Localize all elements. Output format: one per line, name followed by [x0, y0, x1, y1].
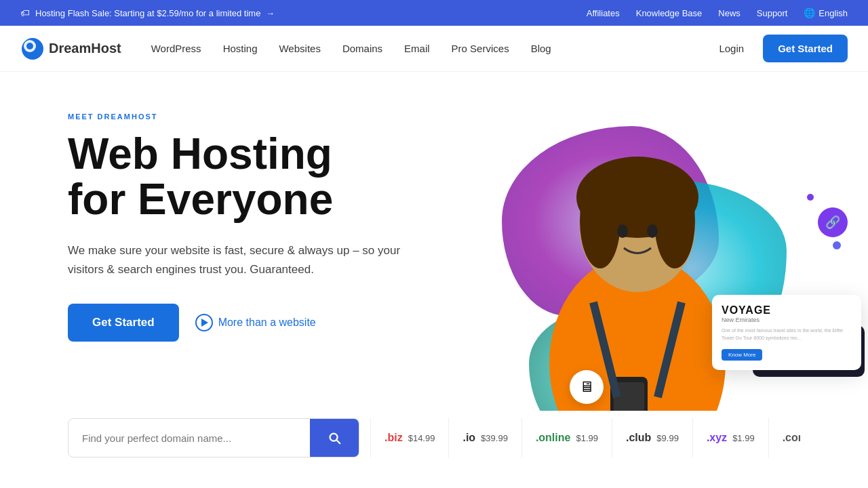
- banner-sale-link[interactable]: Hosting Flash Sale: Starting at $2.59/mo…: [35, 8, 275, 18]
- main-nav: DreamHost WordPress Hosting Websites Dom…: [0, 26, 868, 72]
- domain-search-wrapper: [68, 418, 359, 458]
- svg-point-6: [580, 174, 620, 268]
- svg-point-4: [580, 163, 695, 292]
- hero-label: MEET DREAMHOST: [68, 113, 488, 121]
- svg-rect-11: [614, 382, 644, 411]
- decoration-dot-2: [833, 241, 841, 249]
- play-triangle-icon: [201, 319, 208, 327]
- nav-blog[interactable]: Blog: [521, 37, 561, 60]
- top-banner: 🏷 Hosting Flash Sale: Starting at $2.59/…: [0, 0, 868, 26]
- svg-point-2: [26, 43, 33, 49]
- hero-section: MEET DREAMHOST Web Hosting for Everyone …: [0, 72, 868, 411]
- hero-buttons: Get Started More than a website: [68, 304, 488, 342]
- tld-io[interactable]: .io $39.99: [448, 418, 521, 458]
- blob-container: VOYAGE New Emirates One of the most famo…: [461, 72, 868, 411]
- logo[interactable]: DreamHost: [20, 37, 121, 61]
- svg-point-3: [549, 255, 726, 411]
- domain-section: .biz $14.99 .io $39.99 .online $1.99 .cl…: [0, 411, 868, 465]
- language-selector[interactable]: 🌐 English: [804, 7, 848, 18]
- more-than-link[interactable]: More than a website: [195, 314, 316, 331]
- globe-icon: 🌐: [804, 7, 815, 18]
- world-card-line2: AROUND: [762, 351, 855, 367]
- hero-title-line1: Web Hosting: [68, 129, 332, 178]
- news-link[interactable]: News: [718, 8, 741, 18]
- world-card-line1: THE WORLD: [762, 335, 855, 351]
- website-card-title: VOYAGE: [722, 304, 852, 317]
- dreamhost-logo-icon: [20, 37, 45, 61]
- get-started-button-hero[interactable]: Get Started: [68, 304, 179, 342]
- world-card: THE WORLD AROUND: [753, 325, 865, 377]
- nav-links: WordPress Hosting Websites Domains Email…: [142, 37, 710, 60]
- person-illustration: [495, 92, 780, 411]
- tld-price-online: $1.99: [576, 433, 598, 443]
- website-card: VOYAGE New Emirates One of the most famo…: [712, 295, 861, 370]
- login-link[interactable]: Login: [709, 37, 753, 60]
- domain-search-input[interactable]: [68, 432, 310, 444]
- tld-ext-com: .com: [783, 432, 800, 444]
- website-card-body: One of the most famous travel sites in t…: [722, 327, 852, 342]
- play-circle-icon: [195, 314, 213, 331]
- hero-left: MEET DREAMHOST Web Hosting for Everyone …: [68, 99, 488, 384]
- tld-ext-io: .io: [462, 432, 475, 444]
- svg-point-7: [654, 174, 695, 268]
- website-card-btn[interactable]: Know More: [722, 349, 762, 361]
- tld-ext-club: .club: [626, 432, 651, 444]
- tld-price-io: $39.99: [481, 433, 508, 443]
- banner-sale[interactable]: 🏷 Hosting Flash Sale: Starting at $2.59/…: [20, 7, 275, 18]
- monitor-badge: 🖥: [570, 370, 604, 404]
- get-started-button-nav[interactable]: Get Started: [763, 35, 848, 62]
- nav-email[interactable]: Email: [395, 37, 439, 60]
- hero-illustration: VOYAGE New Emirates One of the most famo…: [461, 72, 868, 411]
- banner-sale-text: Hosting Flash Sale: Starting at $2.59/mo…: [35, 8, 260, 18]
- tld-ext-xyz: .xyz: [707, 432, 727, 444]
- tld-list: .biz $14.99 .io $39.99 .online $1.99 .cl…: [370, 418, 800, 458]
- tag-icon: 🏷: [20, 7, 30, 18]
- decoration-dot-1: [807, 194, 814, 201]
- tld-price-club: $9.99: [656, 433, 679, 443]
- logo-text: DreamHost: [49, 41, 121, 56]
- banner-arrow: →: [266, 8, 275, 18]
- svg-point-9: [647, 224, 658, 238]
- hero-title: Web Hosting for Everyone: [68, 131, 488, 222]
- nav-hosting[interactable]: Hosting: [214, 37, 267, 60]
- tld-ext-biz: .biz: [384, 432, 403, 444]
- hero-title-line2: for Everyone: [68, 175, 333, 224]
- svg-point-8: [617, 224, 628, 238]
- knowledge-base-link[interactable]: Knowledge Base: [636, 8, 703, 18]
- blob-purple: [502, 126, 719, 316]
- nav-domains[interactable]: Domains: [333, 37, 392, 60]
- support-link[interactable]: Support: [757, 8, 788, 18]
- affiliates-link[interactable]: Affiliates: [587, 8, 620, 18]
- nav-right: Login Get Started: [709, 35, 848, 62]
- website-card-subtitle: New Emirates: [722, 317, 852, 323]
- tld-online[interactable]: .online $1.99: [521, 418, 612, 458]
- nav-websites[interactable]: Websites: [269, 37, 330, 60]
- purple-badge: 🔗: [818, 207, 848, 237]
- search-icon: [327, 430, 342, 445]
- blob-teal: [529, 309, 678, 411]
- domain-search-button[interactable]: [310, 418, 359, 458]
- tld-club[interactable]: .club $9.99: [612, 418, 692, 458]
- svg-point-5: [576, 157, 698, 238]
- tld-com[interactable]: .com $7.99: [768, 418, 800, 458]
- nav-pro-services[interactable]: Pro Services: [442, 37, 519, 60]
- tld-ext-online: .online: [536, 432, 571, 444]
- tld-xyz[interactable]: .xyz $1.99: [692, 418, 768, 458]
- svg-rect-10: [610, 377, 648, 411]
- more-than-text: More than a website: [218, 317, 316, 329]
- nav-wordpress[interactable]: WordPress: [142, 37, 211, 60]
- tld-biz[interactable]: .biz $14.99: [370, 418, 448, 458]
- tld-price-biz: $14.99: [408, 433, 435, 443]
- tld-price-xyz: $1.99: [732, 433, 755, 443]
- language-label: English: [818, 8, 848, 18]
- blob-blue: [597, 180, 787, 357]
- banner-right-links: Affiliates Knowledge Base News Support 🌐…: [587, 7, 848, 18]
- hero-description: We make sure your website is fast, secur…: [68, 241, 407, 279]
